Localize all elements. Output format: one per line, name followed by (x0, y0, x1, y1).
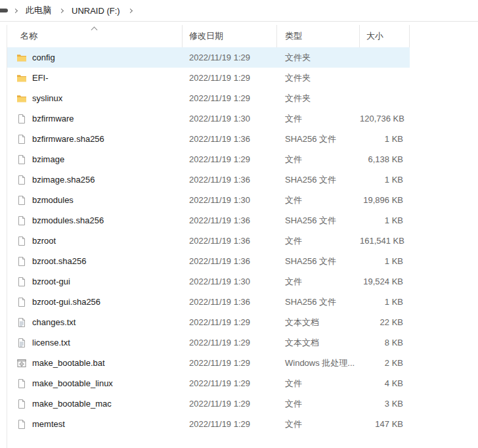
file-type: 文件 (277, 154, 360, 166)
table-row[interactable]: changes.txt 2022/11/19 1:29 文本文档 22 KB (7, 312, 410, 332)
file-size: 161,541 KB (360, 236, 410, 246)
file-name: bzfirmware.sha256 (32, 134, 104, 144)
file-date-modified: 2022/11/19 1:29 (183, 317, 277, 327)
file-type: 文件 (277, 113, 360, 125)
breadcrumb-item-unraid-drive[interactable]: UNRAID (F:) (69, 5, 123, 17)
table-row[interactable]: EFI- 2022/11/19 1:29 文件夹 (7, 68, 410, 88)
column-headers: 名称 修改日期 类型 大小 (7, 25, 466, 47)
file-date-modified: 2022/11/19 1:29 (183, 53, 277, 62)
table-row[interactable]: bzimage 2022/11/19 1:29 文件 6,138 KB (7, 149, 410, 169)
file-name: bzmodules (32, 195, 74, 205)
table-row[interactable]: bzroot-gui 2022/11/19 1:30 文件 19,524 KB (7, 271, 410, 292)
column-header-name[interactable]: 名称 (7, 25, 183, 47)
column-header-size[interactable]: 大小 (360, 25, 410, 47)
file-type: 文件 (277, 235, 360, 247)
file-icon (16, 277, 27, 287)
file-icon (16, 256, 27, 267)
file-type: Windows 批处理... (277, 357, 360, 369)
file-date-modified: 2022/11/19 1:29 (183, 378, 277, 388)
table-row[interactable]: bzmodules.sha256 2022/11/19 1:36 SHA256 … (7, 210, 410, 231)
table-row[interactable]: bzmodules 2022/11/19 1:30 文件 19,896 KB (7, 190, 410, 210)
file-type: SHA256 文件 (277, 296, 360, 308)
file-date-modified: 2022/11/19 1:29 (183, 358, 277, 368)
file-icon (16, 175, 27, 185)
table-row[interactable]: memtest 2022/11/19 1:29 文件 147 KB (7, 414, 410, 434)
file-icon (16, 195, 27, 206)
file-name: license.txt (32, 338, 70, 347)
file-type: SHA256 文件 (277, 133, 360, 145)
file-size: 1 KB (360, 175, 410, 185)
file-size: 19,896 KB (360, 195, 410, 205)
chevron-right-icon (13, 8, 18, 12)
file-size: 120,736 KB (360, 114, 410, 123)
file-icon (16, 215, 27, 226)
file-type: 文件 (277, 398, 360, 410)
file-name: config (32, 53, 55, 62)
table-row[interactable]: make_bootable.bat 2022/11/19 1:29 Window… (7, 353, 410, 373)
file-date-modified: 2022/11/19 1:36 (183, 215, 277, 225)
table-row[interactable]: bzroot 2022/11/19 1:36 文件 161,541 KB (7, 231, 410, 251)
file-type: 文件夹 (277, 52, 360, 64)
file-name: bzimage.sha256 (32, 175, 95, 185)
table-row[interactable]: bzfirmware 2022/11/19 1:30 文件 120,736 KB (7, 108, 410, 129)
column-header-date-label: 修改日期 (189, 30, 223, 42)
sort-ascending-icon (91, 27, 98, 34)
file-date-modified: 2022/11/19 1:36 (183, 134, 277, 144)
file-size: 1 KB (360, 256, 410, 266)
file-date-modified: 2022/11/19 1:29 (183, 93, 277, 103)
table-row[interactable]: bzfirmware.sha256 2022/11/19 1:36 SHA256… (7, 129, 410, 149)
file-date-modified: 2022/11/19 1:36 (183, 236, 277, 246)
drive-icon[interactable] (0, 9, 8, 12)
text-file-icon (16, 317, 27, 328)
file-size: 4 KB (360, 378, 410, 388)
file-name: bzfirmware (32, 114, 74, 123)
file-size: 3 KB (360, 399, 410, 409)
table-row[interactable]: bzroot.sha256 2022/11/19 1:36 SHA256 文件 … (7, 251, 410, 271)
table-row[interactable]: bzimage.sha256 2022/11/19 1:36 SHA256 文件… (7, 169, 410, 190)
file-date-modified: 2022/11/19 1:36 (183, 175, 277, 185)
folder-icon (16, 53, 27, 63)
column-header-date-modified[interactable]: 修改日期 (183, 25, 277, 47)
table-row[interactable]: make_bootable_linux 2022/11/19 1:29 文件 4… (7, 373, 410, 393)
file-type: SHA256 文件 (277, 215, 360, 227)
file-date-modified: 2022/11/19 1:36 (183, 256, 277, 266)
file-name: bzmodules.sha256 (32, 215, 104, 225)
column-header-type-label: 类型 (285, 30, 302, 42)
file-size: 22 KB (360, 317, 410, 327)
file-size: 1 KB (360, 297, 410, 307)
table-row[interactable]: make_bootable_mac 2022/11/19 1:29 文件 3 K… (7, 393, 410, 414)
file-size: 2 KB (360, 358, 410, 368)
folder-icon (16, 93, 27, 104)
file-size: 147 KB (360, 419, 410, 429)
table-row[interactable]: bzroot-gui.sha256 2022/11/19 1:36 SHA256… (7, 292, 410, 312)
file-type: 文件 (277, 194, 360, 206)
file-size: 6,138 KB (360, 154, 410, 164)
table-row[interactable]: syslinux 2022/11/19 1:29 文件夹 (7, 88, 410, 108)
file-name: memtest (32, 419, 65, 429)
file-name: changes.txt (32, 317, 76, 327)
file-name: bzroot-gui.sha256 (32, 297, 100, 307)
file-list-panel: 名称 修改日期 类型 大小 config 2022/11/19 1:29 文件夹… (7, 25, 466, 448)
file-date-modified: 2022/11/19 1:30 (183, 277, 277, 286)
column-header-name-label: 名称 (20, 30, 37, 42)
file-type: SHA256 文件 (277, 256, 360, 267)
column-header-type[interactable]: 类型 (277, 25, 360, 47)
breadcrumb-item-this-pc[interactable]: 此电脑 (23, 3, 54, 18)
text-file-icon (16, 338, 27, 348)
file-size: 1 KB (360, 215, 410, 225)
batch-file-icon (16, 358, 27, 369)
table-row[interactable]: license.txt 2022/11/19 1:29 文本文档 8 KB (7, 332, 410, 353)
file-type: 文件夹 (277, 93, 360, 104)
file-size: 8 KB (360, 338, 410, 347)
file-name: make_bootable_linux (32, 378, 113, 388)
table-row[interactable]: config 2022/11/19 1:29 文件夹 (7, 47, 410, 68)
file-size: 1 KB (360, 134, 410, 144)
file-date-modified: 2022/11/19 1:29 (183, 419, 277, 429)
file-date-modified: 2022/11/19 1:29 (183, 154, 277, 164)
file-size: 19,524 KB (360, 277, 410, 286)
file-date-modified: 2022/11/19 1:29 (183, 399, 277, 409)
file-name: make_bootable_mac (32, 399, 112, 409)
chevron-right-icon (128, 8, 133, 12)
file-icon (16, 114, 27, 124)
file-name: bzroot.sha256 (32, 256, 86, 266)
